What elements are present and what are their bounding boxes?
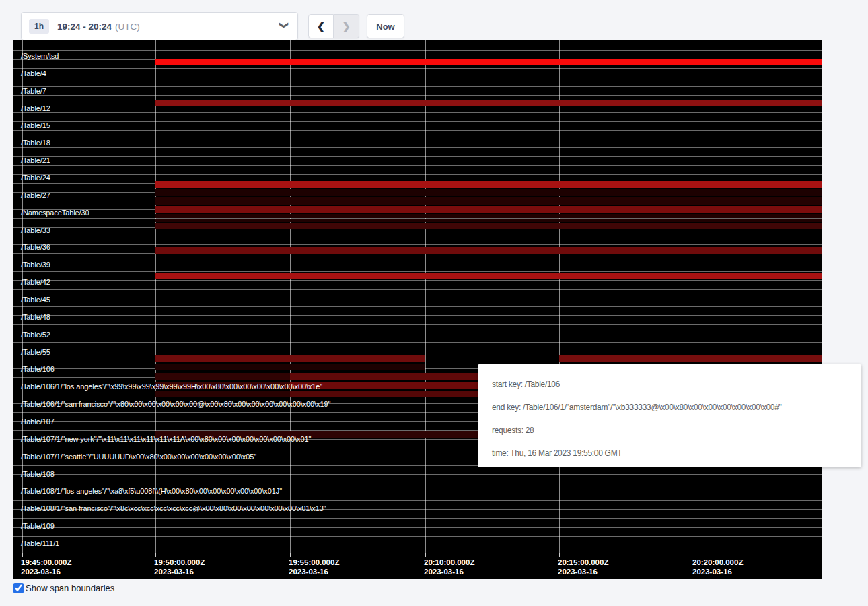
key-span-label: /Table/27	[21, 191, 50, 199]
heat-band[interactable]	[155, 219, 822, 222]
heat-band[interactable]	[155, 373, 290, 380]
span-boundary-line	[13, 112, 822, 113]
axis-tick-label: 20:10:00.000Z2023-03-16	[424, 558, 474, 576]
span-boundary-line	[13, 298, 822, 298]
axis-tick-label: 19:50:00.000Z2023-03-16	[154, 558, 205, 576]
heat-band[interactable]	[155, 197, 822, 206]
key-span-label: /Table/107	[21, 417, 55, 426]
key-span-label: /Table/39	[21, 261, 50, 269]
key-span-label: /Table/108/1/"los angeles"/"\xa8\xf5\u00…	[21, 487, 282, 495]
key-span-label: /Table/15	[21, 121, 50, 129]
span-boundary-line	[13, 280, 822, 281]
key-span-label: /Table/106	[21, 365, 55, 373]
key-span-label: /Table/4	[21, 69, 46, 77]
prev-time-button[interactable]: ❮	[308, 14, 334, 38]
tooltip-requests: requests: 28	[492, 419, 856, 442]
heat-band[interactable]	[559, 355, 822, 362]
heat-band[interactable]	[155, 391, 290, 397]
span-boundary-line	[13, 315, 822, 316]
axis-tick-label: 19:55:00.000Z2023-03-16	[289, 558, 339, 576]
span-boundary-line	[13, 121, 822, 122]
key-span-label: /Table/106/1/"los angeles"/"\x99\x99\x99…	[21, 382, 322, 391]
span-boundary-line	[13, 500, 822, 501]
toolbar: 1h 19:24 - 20:24 (UTC) ❯ ❮ ❯ Now	[0, 0, 868, 40]
tooltip-time: time: Thu, 16 Mar 2023 19:55:00 GMT	[492, 442, 856, 465]
tooltip-start-key: start key: /Table/106	[492, 373, 856, 396]
key-span-label: /Table/48	[21, 313, 50, 321]
span-boundary-line	[13, 545, 822, 545]
span-boundary-line	[13, 130, 822, 131]
heat-band[interactable]	[155, 214, 822, 218]
time-gridline	[425, 40, 426, 553]
time-range-dropdown[interactable]: 1h 19:24 - 20:24 (UTC) ❯	[21, 12, 298, 40]
key-span-label: /Table/45	[21, 296, 50, 304]
span-tooltip: start key: /Table/106 end key: /Table/10…	[478, 364, 861, 467]
axis-tick	[425, 553, 426, 557]
axis-tick	[559, 553, 560, 557]
span-boundary-line	[13, 271, 822, 272]
heat-band[interactable]	[155, 273, 822, 279]
heat-band[interactable]	[155, 223, 822, 230]
next-time-button[interactable]: ❯	[334, 14, 359, 38]
chevron-right-icon: ❯	[342, 20, 351, 32]
chevron-down-icon: ❯	[279, 22, 289, 29]
key-span-label: /Table/108/1/"san francisco"/"\x8c\xcc\x…	[21, 504, 326, 512]
axis-tick	[155, 553, 156, 557]
span-boundary-line	[13, 263, 822, 263]
show-span-boundaries-checkbox[interactable]	[13, 583, 24, 593]
heat-band[interactable]	[155, 364, 425, 370]
heat-band[interactable]	[290, 373, 478, 380]
axis-tick	[290, 553, 291, 557]
span-boundary-line	[13, 351, 822, 351]
key-span-label: /Table/21	[21, 156, 50, 164]
heat-band[interactable]	[155, 247, 822, 255]
heat-band[interactable]	[155, 181, 822, 188]
key-span-label: /System/tsd	[21, 52, 59, 60]
axis-tick-label: 20:15:00.000Z2023-03-16	[558, 558, 608, 576]
key-visualizer-page: 1h 19:24 - 20:24 (UTC) ❯ ❮ ❯ Now /System…	[0, 0, 868, 606]
heat-band[interactable]	[155, 206, 822, 213]
heat-band[interactable]	[155, 100, 822, 106]
time-axis: 19:45:00.000Z2023-03-1619:50:00.000Z2023…	[13, 553, 822, 579]
time-gridline	[694, 40, 694, 553]
key-span-label: /Table/108	[21, 470, 55, 478]
key-visualizer-heatmap[interactable]: /System/tsd/Table/4/Table/7/Table/12/Tab…	[13, 40, 822, 579]
key-span-label: /Table/36	[21, 243, 50, 251]
range-text: 19:24 - 20:24	[57, 22, 112, 32]
axis-tick-label: 20:20:00.000Z2023-03-16	[692, 558, 743, 576]
heat-band[interactable]	[290, 391, 478, 397]
heatmap-plot[interactable]: /System/tsd/Table/4/Table/7/Table/12/Tab…	[13, 40, 822, 553]
key-span-label: /Table/107/1/"new york"/"\x11\x11\x11\x1…	[21, 435, 311, 443]
span-boundary-line	[13, 333, 822, 333]
span-boundary-line	[13, 289, 822, 290]
span-boundary-line	[13, 156, 822, 157]
heat-band[interactable]	[155, 355, 425, 362]
span-boundary-line	[13, 86, 822, 87]
span-boundary-line	[13, 324, 822, 325]
span-boundary-line	[13, 42, 822, 42]
key-span-label: /Table/111/1	[21, 539, 59, 547]
key-span-label: /Table/12	[21, 104, 50, 112]
key-span-label: /Table/107/1/"seattle"/"UUUUUUD\x00\x80\…	[21, 452, 256, 461]
now-button[interactable]: Now	[367, 14, 404, 38]
key-span-label: /Table/33	[21, 226, 50, 234]
span-boundary-line	[13, 244, 822, 245]
span-boundary-line	[13, 147, 822, 148]
footer: Show span boundaries	[13, 583, 114, 593]
span-boundary-line	[13, 306, 822, 307]
span-boundary-line	[13, 342, 822, 343]
axis-tick	[694, 553, 694, 557]
key-span-label: /Table/55	[21, 348, 50, 356]
span-boundary-line	[13, 139, 822, 139]
axis-tick-label: 19:45:00.000Z2023-03-16	[21, 558, 71, 576]
chevron-left-icon: ❮	[317, 20, 326, 32]
heat-band[interactable]	[155, 59, 822, 65]
key-span-label: /Table/52	[21, 331, 50, 339]
range-timezone: (UTC)	[115, 22, 140, 32]
key-span-label: /Table/106/1/"san francisco"/"\x80\x00\x…	[21, 400, 330, 408]
span-boundary-line	[13, 50, 822, 51]
heat-band[interactable]	[155, 189, 822, 197]
tooltip-end-key: end key: /Table/106/1/"amsterdam"/"\xb33…	[492, 396, 856, 419]
axis-tick	[22, 553, 23, 557]
span-boundary-line	[13, 518, 822, 519]
